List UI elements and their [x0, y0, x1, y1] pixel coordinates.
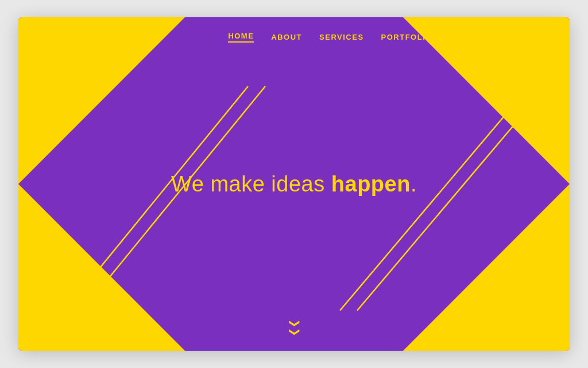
hero-text: We make ideas happen.	[171, 172, 417, 197]
nav-item-about[interactable]: ABOUT	[271, 33, 302, 41]
hero-section: We make ideas happen.	[171, 172, 417, 197]
hero-text-before: We make ideas	[171, 172, 331, 196]
logo-brand: YOUR	[62, 32, 91, 41]
nav-item-home[interactable]: HOME	[228, 32, 254, 43]
nav-item-services[interactable]: SERVICES	[319, 33, 364, 41]
browser-frame: YOUR COMPANY HOME ABOUT SERVICES PORTFOL…	[18, 17, 570, 351]
nav-square-1	[509, 32, 519, 42]
logo-suffix: COMPANY	[91, 32, 144, 41]
scroll-indicator[interactable]: ❮❮	[288, 319, 300, 336]
nav-item-contact[interactable]: CONTACT	[450, 33, 492, 41]
hero-text-after: .	[411, 172, 417, 196]
logo-circle-icon	[41, 29, 57, 45]
shape-left-bottom	[18, 184, 185, 351]
nav-menu: HOME ABOUT SERVICES PORTFOLIO CONTACT	[228, 32, 547, 43]
logo-text: YOUR COMPANY	[62, 32, 144, 42]
nav-item-portfolio[interactable]: PORTFOLIO	[381, 33, 432, 41]
shape-right-bottom	[403, 184, 570, 351]
hero-text-bold: happen	[331, 172, 411, 196]
nav-squares[interactable]	[509, 32, 547, 42]
nav-square-3	[536, 32, 547, 42]
nav-square-2	[523, 32, 533, 42]
navbar: YOUR COMPANY HOME ABOUT SERVICES PORTFOL…	[18, 17, 570, 56]
logo[interactable]: YOUR COMPANY	[41, 29, 144, 45]
